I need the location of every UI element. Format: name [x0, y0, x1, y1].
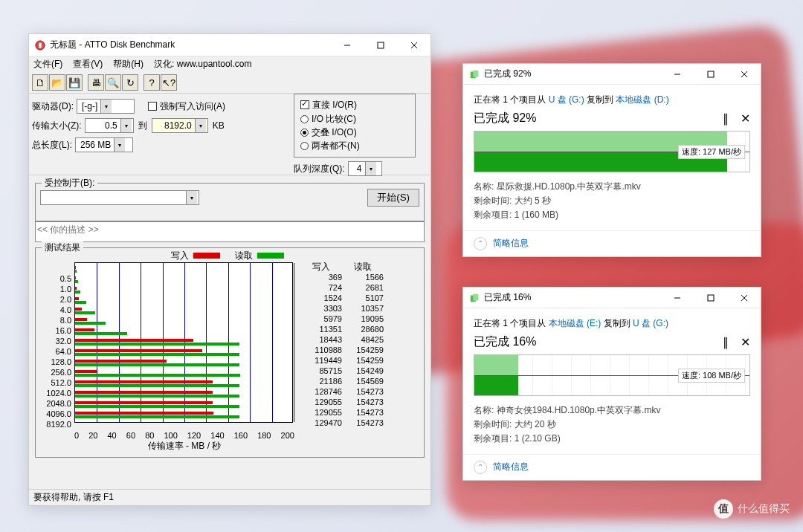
copy2-details-label: 简略信息 — [493, 461, 529, 473]
tb-zoom[interactable]: 🔍 — [105, 74, 121, 91]
io-compare-radio[interactable] — [300, 115, 309, 123]
close-button[interactable] — [397, 34, 430, 56]
print-icon: 🖶 — [91, 77, 101, 88]
cursor-icon: ↖? — [162, 77, 175, 88]
menu-view[interactable]: 查看(V) — [73, 58, 103, 71]
to-label: 到 — [138, 120, 147, 132]
xfer-from-value: 0.5 — [105, 120, 117, 131]
open-icon: 📂 — [51, 77, 63, 88]
svg-rect-13 — [473, 293, 478, 300]
copy2-src[interactable]: 本地磁盘 (E:) — [549, 318, 602, 328]
minimize-icon — [674, 71, 681, 78]
copy1-speed: 速度: 127 MB/秒 — [678, 145, 745, 159]
drive-value: [-g-] — [82, 101, 97, 111]
chevron-down-icon: ▾ — [186, 191, 197, 204]
controlled-select[interactable]: ▾ — [40, 190, 199, 205]
copy1-details-label: 简略信息 — [493, 237, 529, 250]
watermark-text: 什么值得买 — [738, 502, 790, 516]
force-write-checkbox[interactable] — [148, 102, 157, 111]
description-input[interactable] — [35, 221, 425, 242]
svg-rect-15 — [708, 295, 714, 301]
copy2-items: 1 (2.10 GB) — [515, 433, 561, 444]
copy-dialog-2: 已完成 16% 正在将 1 个项目从 本地磁盘 (E:) 复制到 U 盘 (G:… — [462, 287, 761, 481]
tb-new[interactable]: 🗋 — [32, 74, 48, 91]
neither-radio[interactable] — [300, 142, 309, 150]
kb-label: KB — [213, 120, 225, 131]
close-button[interactable] — [727, 63, 761, 85]
chevron-up-icon: ⌃ — [474, 461, 487, 474]
copy2-dst[interactable]: U 盘 (G:) — [633, 318, 668, 328]
maximize-button[interactable] — [364, 34, 397, 56]
menubar: 文件(F) 查看(V) 帮助(H) 汉化: www.upantool.com — [29, 56, 430, 72]
watermark: 值 什么值得买 — [714, 499, 790, 519]
cancel-button[interactable]: ✕ — [741, 111, 750, 126]
total-select[interactable]: 256 MB▾ — [75, 137, 133, 152]
close-button[interactable] — [727, 287, 761, 309]
write-swatch-icon — [193, 253, 220, 259]
direct-io-label: 直接 I/O(R) — [312, 99, 357, 111]
tb-cursor[interactable]: ↖? — [161, 74, 177, 91]
copy1-src[interactable]: U 盘 (G:) — [549, 94, 584, 105]
svg-rect-1 — [39, 42, 42, 48]
tb-save[interactable]: 💾 — [66, 74, 83, 91]
chart-xlabel: 传输速率 - MB / 秒 — [74, 440, 294, 452]
xfer-to-value: 8192.0 — [164, 120, 192, 131]
minimize-button[interactable] — [660, 287, 694, 309]
tb-help[interactable]: ? — [143, 74, 160, 91]
minimize-button[interactable] — [660, 63, 694, 85]
start-button[interactable]: 开始(S) — [367, 189, 419, 207]
maximize-icon — [707, 294, 715, 302]
chart-xaxis: 020406080100120140160180200 — [74, 431, 294, 440]
queue-value: 4 — [357, 163, 362, 174]
menu-locale: 汉化: www.upantool.com — [154, 58, 251, 71]
refresh-icon: ↻ — [126, 77, 135, 88]
direct-io-checkbox[interactable] — [300, 100, 309, 109]
settings-panel: 驱动器(D): [-g-]▾ 强制写入访问(A) 传输大小(Z): 0.5▾ 到… — [29, 94, 430, 175]
pause-button[interactable]: ∥ — [723, 111, 729, 126]
copy1-graph: 速度: 127 MB/秒 — [474, 131, 750, 172]
xfer-to-select[interactable]: 8192.0▾ — [152, 118, 208, 133]
statusbar: 要获得帮助, 请按 F1 — [29, 489, 430, 505]
chart-ylabels: 0.51.02.04.08.016.032.064.0128.0256.0512… — [40, 262, 74, 429]
maximize-button[interactable] — [694, 63, 727, 85]
overlap-label: 交叠 I/O(O) — [312, 126, 357, 139]
pause-button[interactable]: ∥ — [723, 335, 729, 349]
copy1-percent: 已完成 92% — [474, 111, 723, 126]
copy1-meta: 名称: 星际救援.HD.1080p.中英双字幕.mkv 剩余时间: 大约 5 秒… — [474, 180, 750, 223]
drive-select[interactable]: [-g-]▾ — [77, 99, 135, 114]
io-mode-group: 直接 I/O(R) I/O 比较(C) 交叠 I/O(O) 两者都不(N) — [294, 94, 416, 158]
tb-print[interactable]: 🖶 — [88, 74, 104, 91]
xfer-from-select[interactable]: 0.5▾ — [85, 118, 134, 133]
copy1-items: 1 (160 MB) — [515, 210, 558, 220]
copy-icon — [469, 69, 480, 80]
cancel-button[interactable]: ✕ — [741, 335, 750, 349]
minimize-button[interactable] — [330, 34, 364, 56]
queue-select[interactable]: 4▾ — [348, 161, 382, 176]
atto-titlebar[interactable]: 无标题 - ATTO Disk Benchmark — [29, 34, 430, 56]
force-write-label: 强制写入访问(A) — [160, 100, 225, 113]
tb-open[interactable]: 📂 — [49, 74, 65, 91]
app-icon — [35, 40, 45, 51]
io-compare-label: I/O 比较(C) — [312, 113, 356, 126]
copy2-line: 正在将 1 个项目从 本地磁盘 (E:) 复制到 U 盘 (G:) — [474, 317, 750, 330]
menu-help[interactable]: 帮助(H) — [113, 58, 143, 71]
svg-rect-3 — [378, 42, 384, 48]
chevron-down-icon: ▾ — [114, 138, 125, 152]
atto-title: 无标题 - ATTO Disk Benchmark — [50, 39, 330, 51]
overlap-radio[interactable] — [300, 129, 309, 137]
tb-refresh[interactable]: ↻ — [122, 74, 138, 91]
help-icon: ? — [149, 77, 154, 88]
maximize-button[interactable] — [694, 287, 727, 309]
copy1-dst[interactable]: 本地磁盘 (D:) — [616, 94, 668, 105]
chevron-down-icon: ▾ — [365, 162, 376, 175]
controlled-label: 受控制于(B): — [42, 177, 97, 189]
write-legend-label: 写入 — [171, 250, 189, 261]
copy2-details-toggle[interactable]: ⌃ 简略信息 — [463, 454, 761, 480]
copy1-details-toggle[interactable]: ⌃ 简略信息 — [463, 230, 761, 256]
new-icon: 🗋 — [36, 77, 45, 88]
menu-file[interactable]: 文件(F) — [33, 58, 62, 71]
copy2-graph: 速度: 108 MB/秒 — [474, 354, 750, 396]
copy1-title: 已完成 92% — [484, 68, 660, 80]
drive-label: 驱动器(D): — [32, 100, 74, 113]
copy-dialog-1: 已完成 92% 正在将 1 个项目从 U 盘 (G:) 复制到 本地磁盘 (D:… — [462, 63, 761, 257]
